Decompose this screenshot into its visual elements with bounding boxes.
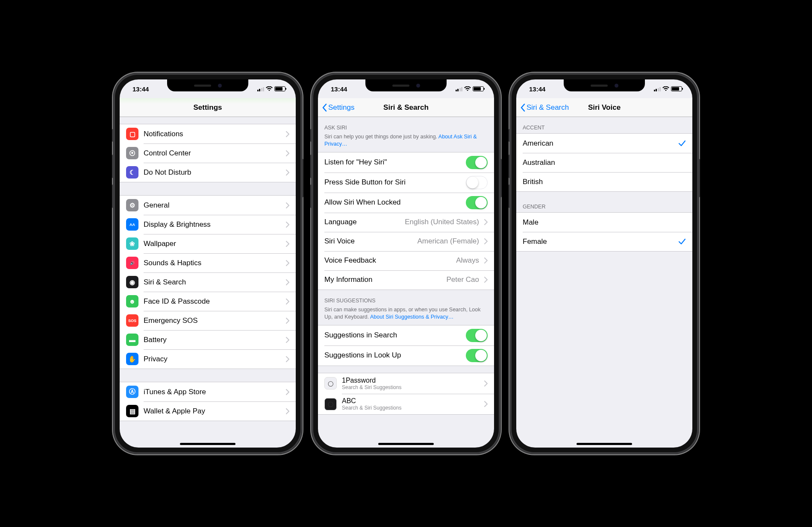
toggle-switch[interactable] — [466, 329, 488, 342]
settings-row[interactable]: SOSEmergency SOS — [120, 311, 296, 330]
settings-row[interactable]: ⚙General — [120, 196, 296, 215]
battery-icon — [473, 86, 484, 91]
settings-row[interactable]: ❀Wallpaper — [120, 234, 296, 253]
toggle-switch[interactable] — [466, 196, 488, 209]
toggle-switch[interactable] — [466, 349, 488, 362]
toggle-switch[interactable] — [466, 156, 488, 169]
app-row[interactable]: ◯1PasswordSearch & Siri Suggestions — [318, 373, 494, 394]
chevron-right-icon — [484, 258, 488, 264]
section-header-siri-suggestions: SIRI SUGGESTIONS — [318, 290, 494, 306]
settings-row[interactable]: ☾Do Not Disturb — [120, 163, 296, 182]
cell-label: Sounds & Haptics — [144, 259, 281, 267]
checkmark-icon — [678, 140, 686, 147]
accent-list: AmericanAustralianBritish — [516, 133, 692, 192]
app-row[interactable]: ◯ABCSearch & Siri Suggestions — [318, 394, 494, 414]
link-row[interactable]: My InformationPeter Cao — [318, 270, 494, 290]
chevron-right-icon — [286, 279, 289, 285]
wifi-icon — [662, 86, 669, 91]
cell-label: Wallpaper — [144, 240, 281, 248]
cell-label: Wallet & Apple Pay — [144, 407, 281, 416]
settings-row[interactable]: 🔊Sounds & Haptics — [120, 253, 296, 272]
toggle-row: Listen for "Hey Siri" — [318, 152, 494, 173]
back-button[interactable]: Siri & Search — [520, 98, 569, 117]
cell-label: Siri Voice — [324, 237, 412, 246]
notch — [365, 79, 447, 91]
chevron-right-icon — [286, 202, 289, 208]
cell-label: Suggestions in Look Up — [324, 351, 461, 360]
option-row[interactable]: Australian — [516, 153, 692, 172]
cell-label: Listen for "Hey Siri" — [324, 158, 461, 167]
dnd-icon: ☾ — [126, 166, 138, 179]
home-indicator[interactable] — [577, 443, 632, 445]
controlcenter-icon: ⦿ — [126, 147, 138, 159]
battery-icon: ▬ — [126, 334, 138, 346]
option-row[interactable]: Male — [516, 213, 692, 232]
cell-label: Australian — [523, 158, 686, 167]
battery-icon — [671, 86, 682, 91]
app-icon: ◯ — [324, 377, 337, 389]
section-footer-ask-siri: Siri can help you get things done just b… — [318, 133, 494, 152]
link-row[interactable]: Siri VoiceAmerican (Female) — [318, 232, 494, 251]
chevron-right-icon — [286, 389, 289, 395]
settings-row[interactable]: ▤Wallet & Apple Pay — [120, 401, 296, 421]
settings-row[interactable]: AADisplay & Brightness — [120, 215, 296, 234]
toggle-switch[interactable] — [466, 176, 488, 189]
settings-row[interactable]: ◉Siri & Search — [120, 272, 296, 292]
cell-label: iTunes & App Store — [144, 388, 281, 396]
gender-list: MaleFemale — [516, 212, 692, 252]
cell-value: English (United States) — [405, 218, 479, 226]
home-indicator[interactable] — [378, 443, 434, 445]
chevron-right-icon — [286, 299, 289, 304]
option-row[interactable]: Female — [516, 232, 692, 251]
link-row[interactable]: Voice FeedbackAlways — [318, 251, 494, 270]
content[interactable]: ASK SIRI Siri can help you get things do… — [318, 117, 494, 448]
wifi-icon — [266, 86, 273, 91]
settings-row[interactable]: ▬Battery — [120, 330, 296, 349]
page-title: Settings — [193, 103, 222, 112]
section-footer-siri-suggestions: Siri can make suggestions in apps, or wh… — [318, 306, 494, 325]
chevron-right-icon — [484, 381, 488, 386]
notch — [564, 79, 645, 91]
page-title: Siri & Search — [383, 103, 429, 112]
chevron-right-icon — [286, 150, 289, 156]
cell-label: Female — [523, 237, 673, 246]
navigation-bar: Settings — [120, 98, 296, 117]
chevron-right-icon — [286, 131, 289, 137]
content[interactable]: ▢Notifications⦿Control Center☾Do Not Dis… — [120, 117, 296, 448]
content[interactable]: ACCENT AmericanAustralianBritish GENDER … — [516, 117, 692, 448]
option-row[interactable]: American — [516, 134, 692, 153]
cell-label: Privacy — [144, 355, 281, 363]
chevron-right-icon — [484, 401, 488, 407]
settings-row[interactable]: ⒶiTunes & App Store — [120, 382, 296, 401]
chevron-right-icon — [286, 408, 289, 414]
battery-icon — [274, 86, 285, 91]
cell-label: Do Not Disturb — [144, 168, 281, 177]
cell-subtitle: Search & Siri Suggestions — [342, 384, 479, 390]
app-icon: ◯ — [324, 398, 337, 410]
siri-suggestions-privacy-link[interactable]: About Siri Suggestions & Privacy… — [370, 314, 453, 320]
settings-group-general: ⚙GeneralAADisplay & Brightness❀Wallpaper… — [120, 195, 296, 369]
cell-value: Peter Cao — [446, 275, 479, 284]
cell-label: Male — [523, 218, 686, 227]
settings-row[interactable]: ✋Privacy — [120, 349, 296, 369]
cell-label: Allow Siri When Locked — [324, 198, 461, 207]
option-row[interactable]: British — [516, 172, 692, 191]
settings-row[interactable]: ⦿Control Center — [120, 143, 296, 163]
general-icon: ⚙ — [126, 199, 138, 211]
siri-apps-list: ◯1PasswordSearch & Siri Suggestions◯ABCS… — [318, 373, 494, 415]
cell-label: Suggestions in Search — [324, 331, 461, 340]
settings-group-personal: ▢Notifications⦿Control Center☾Do Not Dis… — [120, 124, 296, 182]
cell-label: My Information — [324, 275, 441, 284]
chevron-right-icon — [286, 241, 289, 247]
status-time: 13:44 — [529, 85, 545, 93]
back-button[interactable]: Settings — [321, 98, 354, 117]
settings-row[interactable]: ▢Notifications — [120, 124, 296, 143]
cell-label: Siri & Search — [144, 278, 281, 287]
page-title: Siri Voice — [588, 103, 621, 112]
notch — [167, 79, 248, 91]
siri-suggestions-list: Suggestions in SearchSuggestions in Look… — [318, 325, 494, 366]
cell-label: Battery — [144, 336, 281, 344]
home-indicator[interactable] — [180, 443, 235, 445]
link-row[interactable]: LanguageEnglish (United States) — [318, 213, 494, 232]
settings-row[interactable]: ☻Face ID & Passcode — [120, 292, 296, 311]
